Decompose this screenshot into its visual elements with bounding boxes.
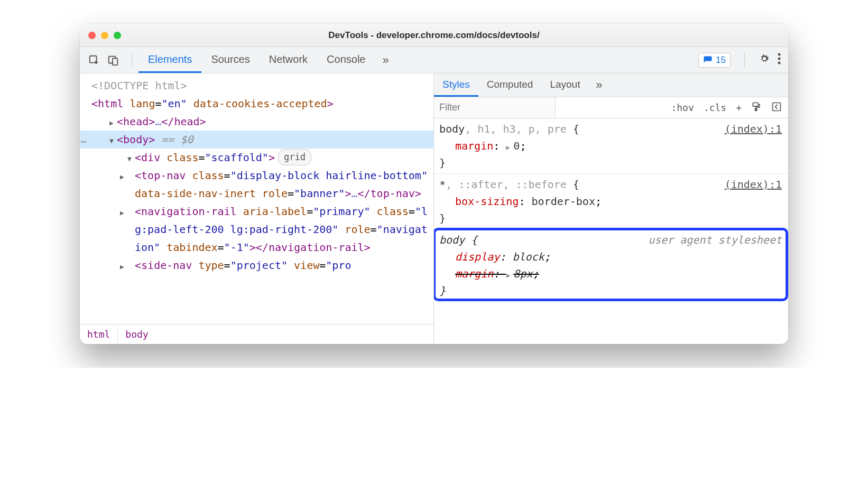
tab-sources[interactable]: Sources (201, 47, 259, 73)
more-options-icon[interactable] (778, 53, 781, 68)
styles-more-tabs-icon[interactable]: » (588, 73, 610, 97)
dom-scaffold[interactable]: <div class="scaffold">grid (80, 148, 433, 166)
css-rule-block[interactable]: *, ::after, ::before {(index):1box-sizin… (434, 173, 788, 229)
css-rule-block[interactable]: body, h1, h3, p, pre {(index):1margin: 0… (434, 118, 788, 173)
styles-tab-computed[interactable]: Computed (478, 73, 542, 97)
tab-network[interactable]: Network (260, 47, 317, 73)
styles-toolbar: :hov .cls + (434, 97, 788, 118)
styles-panel: StylesComputedLayout» :hov .cls + (434, 73, 788, 344)
rule-source-link[interactable]: (index):1 (725, 120, 782, 137)
devtools-window: DevTools - developer.chrome.com/docs/dev… (80, 24, 788, 344)
new-style-rule-button[interactable]: + (736, 102, 742, 113)
css-declaration[interactable]: display: block; (439, 248, 783, 265)
rule-source-label: user agent stylesheet (648, 231, 782, 248)
rules-list[interactable]: body, h1, h3, p, pre {(index):1margin: 0… (434, 118, 788, 344)
svg-rect-6 (753, 103, 758, 106)
styles-filter-input[interactable] (434, 97, 556, 118)
rule-close-brace: } (439, 154, 783, 171)
dom-tree[interactable]: <!DOCTYPE html> <html lang="en" data-coo… (80, 73, 433, 324)
elements-panel: <!DOCTYPE html> <html lang="en" data-coo… (80, 73, 434, 344)
css-declaration[interactable]: margin: 8px; (439, 265, 783, 282)
styles-tabs: StylesComputedLayout» (434, 73, 788, 97)
window-title: DevTools - developer.chrome.com/docs/dev… (80, 30, 788, 41)
svg-rect-7 (755, 108, 757, 110)
main-content: <!DOCTYPE html> <html lang="en" data-coo… (80, 73, 788, 344)
dom-head[interactable]: <head>…</head> (80, 113, 433, 131)
breadcrumb-html[interactable]: html (80, 324, 117, 344)
rule-close-brace: } (439, 282, 783, 299)
rule-source-link[interactable]: (index):1 (725, 176, 782, 193)
main-tabs: ElementsSourcesNetworkConsole (138, 47, 375, 73)
close-window-button[interactable] (88, 32, 96, 39)
inspect-element-icon[interactable] (87, 53, 101, 67)
main-toolbar: ElementsSourcesNetworkConsole » 15 (80, 47, 788, 73)
breadcrumbs: htmlbody (80, 324, 433, 344)
hov-button[interactable]: :hov (671, 102, 694, 113)
dom-body-selected[interactable]: ⋯<body> == $0 (80, 131, 433, 148)
dom-navigation-rail[interactable]: <navigation-rail aria-label="primary" cl… (80, 202, 433, 256)
css-declaration[interactable]: box-sizing: border-box; (439, 193, 783, 210)
cls-button[interactable]: .cls (704, 102, 726, 113)
breadcrumb-body[interactable]: body (117, 324, 155, 344)
svg-point-5 (778, 61, 781, 64)
grid-badge[interactable]: grid (278, 149, 311, 165)
tab-console[interactable]: Console (317, 47, 375, 73)
issues-count: 15 (716, 55, 726, 66)
svg-rect-2 (113, 58, 117, 65)
dom-top-nav[interactable]: <top-nav class="display-block hairline-b… (80, 166, 433, 202)
device-toolbar-icon[interactable] (106, 53, 120, 67)
maximize-window-button[interactable] (114, 32, 121, 39)
dom-html-open[interactable]: <html lang="en" data-cookies-accepted> (80, 95, 433, 113)
toolbar-separator (744, 53, 745, 68)
svg-point-4 (778, 57, 781, 60)
css-rule-block[interactable]: body {user agent stylesheetdisplay: bloc… (434, 229, 788, 301)
titlebar: DevTools - developer.chrome.com/docs/dev… (80, 24, 788, 47)
dom-doctype[interactable]: <!DOCTYPE html> (80, 77, 433, 95)
styles-paint-icon[interactable] (751, 101, 762, 114)
dom-side-nav[interactable]: <side-nav type="project" view="pro (80, 256, 433, 274)
css-declaration[interactable]: margin: 0; (439, 137, 783, 154)
settings-gear-icon[interactable] (759, 53, 770, 68)
traffic-lights (88, 32, 121, 39)
svg-point-3 (778, 53, 781, 55)
minimize-window-button[interactable] (101, 32, 108, 39)
svg-rect-8 (773, 103, 781, 110)
toolbar-separator (132, 53, 132, 68)
more-tabs-icon[interactable]: » (375, 47, 396, 73)
issues-button[interactable]: 15 (698, 53, 731, 68)
computed-toggle-icon[interactable] (771, 101, 782, 114)
rule-close-brace: } (439, 210, 783, 227)
tab-elements[interactable]: Elements (138, 47, 201, 73)
styles-tab-styles[interactable]: Styles (434, 73, 478, 97)
styles-tab-layout[interactable]: Layout (541, 73, 588, 97)
